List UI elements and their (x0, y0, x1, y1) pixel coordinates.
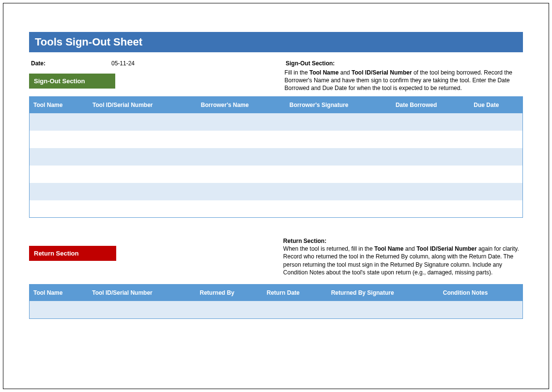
col-borrower-name: Borrower's Name (197, 96, 286, 113)
document-content: Tools Sign-Out Sheet Date: 05-11-24 Sign… (3, 3, 549, 389)
signout-instruction-title: Sign-Out Section: (286, 60, 335, 67)
table-row[interactable] (30, 301, 523, 318)
page-title: Tools Sign-Out Sheet (29, 32, 523, 52)
table-row[interactable] (30, 113, 523, 131)
table-row[interactable] (30, 166, 523, 183)
col-borrower-signature: Borrower's Signature (286, 96, 392, 113)
col-tool-id: Tool ID/Serial Number (88, 285, 196, 302)
date-value: 05-11-24 (111, 60, 208, 67)
return-header-row: Return Section Return Section: When the … (29, 237, 523, 276)
signout-table-header-row: Tool Name Tool ID/Serial Number Borrower… (30, 96, 523, 113)
col-tool-name: Tool Name (30, 285, 89, 302)
return-table-header-row: Tool Name Tool ID/Serial Number Returned… (30, 285, 523, 302)
col-returned-by-signature: Returned By Signature (327, 285, 439, 302)
date-row: Date: 05-11-24 Sign-Out Section: (29, 60, 523, 67)
table-row[interactable] (30, 131, 523, 148)
table-row[interactable] (30, 183, 523, 200)
col-tool-id: Tool ID/Serial Number (89, 96, 197, 113)
signout-table: Tool Name Tool ID/Serial Number Borrower… (29, 96, 523, 218)
col-date-borrowed: Date Borrowed (392, 96, 470, 113)
signout-header-row: Sign-Out Section Fill in the Tool Name a… (29, 69, 523, 92)
col-tool-name: Tool Name (30, 96, 89, 113)
date-label: Date: (29, 60, 111, 67)
return-instruction-body: Return Section: When the tool is returne… (283, 237, 523, 276)
signout-instruction-body: Fill in the Tool Name and Tool ID/Serial… (285, 69, 523, 92)
col-returned-by: Returned By (196, 285, 263, 302)
return-section-chip: Return Section (29, 246, 116, 261)
return-table: Tool Name Tool ID/Serial Number Returned… (29, 284, 523, 319)
signout-section-chip: Sign-Out Section (29, 74, 115, 89)
col-condition-notes: Condition Notes (439, 285, 523, 302)
table-row[interactable] (30, 200, 523, 218)
col-due-date: Due Date (470, 96, 522, 113)
table-row[interactable] (30, 148, 523, 166)
col-return-date: Return Date (263, 285, 327, 302)
